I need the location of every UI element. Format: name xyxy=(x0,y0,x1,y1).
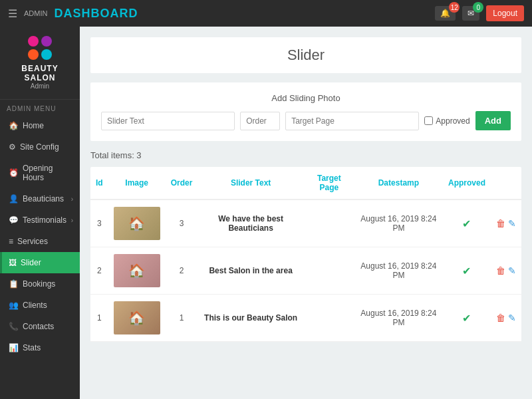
header-right: 🔔 12 ✉ 0 Logout xyxy=(435,5,524,21)
cell-actions: 🗑 ✎ xyxy=(491,295,521,342)
sidebar-item-slider[interactable]: 🖼 Slider xyxy=(0,252,80,273)
check-icon: ✔ xyxy=(462,218,471,229)
col-id: Id xyxy=(90,167,108,200)
slider-text-input[interactable] xyxy=(101,112,235,130)
col-actions xyxy=(491,167,521,200)
sidebar-item-contacts[interactable]: 📞 Contacts xyxy=(0,316,80,337)
thumb-placeholder-icon: 🏠 xyxy=(128,310,145,326)
cell-target-page xyxy=(304,200,354,247)
sidebar-item-inner-bookings: 📋 Bookings xyxy=(9,279,55,289)
action-icons: 🗑 ✎ xyxy=(496,218,516,229)
cell-slider-text: This is our Beauty Salon xyxy=(198,295,304,342)
cell-image: 🏠 xyxy=(108,295,166,342)
dashboard-title: DASHBOARD xyxy=(54,7,138,21)
target-page-input[interactable] xyxy=(285,112,419,130)
clients-icon: 👥 xyxy=(9,301,19,310)
sidebar-brand: BEAUTY SALON Admin xyxy=(0,27,80,100)
cell-target-page xyxy=(304,295,354,342)
sidebar-item-inner-slider: 🖼 Slider xyxy=(9,258,41,267)
sidebar: BEAUTY SALON Admin ADMIN MENU 🏠 Home ⚙ S… xyxy=(0,27,80,399)
edit-icon[interactable]: ✎ xyxy=(508,218,516,229)
cell-id: 2 xyxy=(90,247,108,295)
sidebar-item-inner-contacts: 📞 Contacts xyxy=(9,322,54,331)
admin-label: ADMIN xyxy=(24,9,47,17)
main-layout: BEAUTY SALON Admin ADMIN MENU 🏠 Home ⚙ S… xyxy=(0,27,532,399)
brand-logo xyxy=(28,36,52,60)
cell-actions: 🗑 ✎ xyxy=(491,247,521,295)
notifications-button[interactable]: 🔔 12 xyxy=(435,6,456,21)
cell-slider-text: We have the best Beauticians xyxy=(198,200,304,247)
sidebar-item-site-config[interactable]: ⚙ Site Config xyxy=(0,136,80,158)
bookings-icon: 📋 xyxy=(9,279,19,289)
sidebar-item-opening-hours[interactable]: ⏰ Opening Hours xyxy=(0,158,80,188)
action-icons: 🗑 ✎ xyxy=(496,313,516,323)
delete-icon[interactable]: 🗑 xyxy=(496,313,505,323)
sidebar-label-opening-hours: Opening Hours xyxy=(23,164,73,182)
order-input[interactable] xyxy=(240,112,280,130)
sidebar-label-site-config: Site Config xyxy=(20,142,59,152)
sidebar-item-bookings[interactable]: 📋 Bookings xyxy=(0,273,80,295)
chevron-right-icon-2: › xyxy=(71,217,73,224)
table-row: 1 🏠 1 This is our Beauty Salon August 16… xyxy=(90,295,521,342)
sidebar-item-beauticians[interactable]: 👤 Beauticians › xyxy=(0,188,80,209)
approved-text: Approved xyxy=(436,116,469,126)
sidebar-item-inner-beauticians: 👤 Beauticians xyxy=(9,194,64,203)
cell-target-page xyxy=(304,247,354,295)
total-items: Total items: 3 xyxy=(90,150,521,160)
col-approved: Approved xyxy=(443,167,491,200)
cell-image: 🏠 xyxy=(108,247,166,295)
sidebar-label-clients: Clients xyxy=(23,301,47,310)
brand-name: BEAUTY SALON xyxy=(7,64,73,82)
top-header: ☰ ADMIN DASHBOARD 🔔 12 ✉ 0 Logout xyxy=(0,0,532,27)
sidebar-label-bookings: Bookings xyxy=(23,279,55,289)
cell-id: 1 xyxy=(90,295,108,342)
edit-icon[interactable]: ✎ xyxy=(508,313,516,323)
col-datestamp: Datestamp xyxy=(354,167,443,200)
person-icon: 👤 xyxy=(9,194,19,203)
table-header-row: Id Image Order Slider Text Target Page D… xyxy=(90,167,521,200)
cell-actions: 🗑 ✎ xyxy=(491,200,521,247)
logo-dot-pink xyxy=(28,36,39,47)
header-left: ☰ ADMIN DASHBOARD xyxy=(8,7,138,21)
sidebar-item-inner-site-config: ⚙ Site Config xyxy=(9,142,59,152)
hamburger-icon[interactable]: ☰ xyxy=(8,7,17,20)
list-icon: ≡ xyxy=(9,237,13,246)
col-target-page: Target Page xyxy=(304,167,354,200)
thumb-placeholder-icon: 🏠 xyxy=(128,263,145,279)
sidebar-label-slider: Slider xyxy=(21,258,41,267)
add-button[interactable]: Add xyxy=(475,111,511,130)
cell-datestamp: August 16, 2019 8:24 PM xyxy=(354,295,443,342)
sidebar-item-testimonials[interactable]: 💬 Testimonials › xyxy=(0,209,80,231)
sidebar-label-contacts: Contacts xyxy=(23,322,54,331)
delete-icon[interactable]: 🗑 xyxy=(496,265,505,276)
sidebar-item-home[interactable]: 🏠 Home xyxy=(0,115,80,136)
logout-button[interactable]: Logout xyxy=(486,5,524,21)
col-image: Image xyxy=(108,167,166,200)
notification-badge: 12 xyxy=(449,2,460,13)
page-title: Slider xyxy=(90,37,521,73)
image-icon: 🖼 xyxy=(9,258,17,267)
logo-dot-cyan xyxy=(41,49,52,60)
cell-order: 2 xyxy=(166,247,198,295)
messages-button[interactable]: ✉ 0 xyxy=(462,6,479,21)
edit-icon[interactable]: ✎ xyxy=(508,265,516,276)
thumbnail: 🏠 xyxy=(114,301,160,334)
cell-id: 3 xyxy=(90,200,108,247)
sidebar-item-services[interactable]: ≡ Services xyxy=(0,231,80,252)
logo-dot-orange xyxy=(28,49,39,60)
sidebar-label-beauticians: Beauticians xyxy=(23,194,64,203)
sidebar-item-inner-stats: 📊 Stats xyxy=(9,343,41,352)
sidebar-menu-label: ADMIN MENU xyxy=(0,100,80,115)
cell-order: 3 xyxy=(166,200,198,247)
brand-role: Admin xyxy=(7,82,73,90)
sidebar-item-inner-home: 🏠 Home xyxy=(9,121,44,130)
sidebar-item-clients[interactable]: 👥 Clients xyxy=(0,295,80,316)
cell-approved: ✔ xyxy=(443,200,491,247)
delete-icon[interactable]: 🗑 xyxy=(496,218,505,229)
logo-dot-magenta xyxy=(41,36,52,47)
sidebar-item-inner-opening-hours: ⏰ Opening Hours xyxy=(9,164,73,182)
approved-checkbox[interactable] xyxy=(424,116,433,125)
approved-label[interactable]: Approved xyxy=(424,116,469,126)
sidebar-item-stats[interactable]: 📊 Stats xyxy=(0,337,80,358)
sidebar-label-testimonials: Testimonials xyxy=(23,215,66,225)
